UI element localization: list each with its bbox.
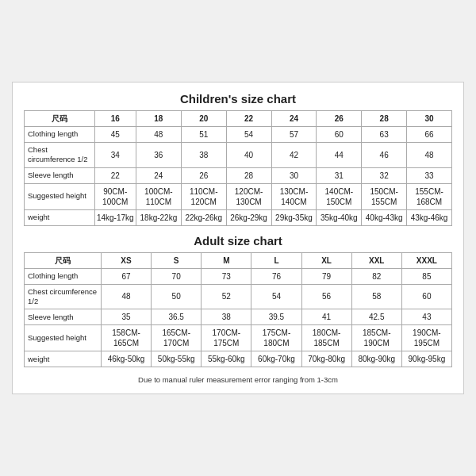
cell-value: 40 [226,142,271,167]
row-label: weight [25,351,102,367]
cell-value: 70 [152,268,202,284]
cell-value: 36 [136,142,181,167]
cell-value: 100CM-110CM [136,183,181,209]
cell-value: 24 [136,167,181,183]
cell-value: 165CM-170CM [152,325,202,351]
column-header: 尺码 [25,252,102,268]
table-row: Sleeve length2224262830313233 [25,167,452,183]
cell-value: 58 [351,284,401,309]
table-row: Chest circumference 1/23436384042444648 [25,142,452,167]
cell-value: 22kg-26kg [181,209,226,225]
cell-value: 66 [407,126,452,142]
size-chart-container: Children's size chart 尺码1618202224262830… [12,82,464,394]
row-label: Chest circumference 1/2 [25,284,102,309]
cell-value: 73 [202,268,251,284]
cell-value: 44 [317,142,362,167]
cell-value: 158CM-165CM [101,325,151,351]
cell-value: 43 [401,309,451,325]
cell-value: 150CM-155CM [362,183,407,209]
adult-size-table: 尺码XSSMLXLXXLXXXL Clothing length67707376… [24,252,452,368]
row-label: Clothing length [25,268,102,284]
cell-value: 30 [271,167,317,183]
cell-value: 43kg-46kg [407,209,452,225]
column-header: 26 [317,110,362,126]
cell-value: 80kg-90kg [351,351,401,367]
cell-value: 50kg-55kg [152,351,202,367]
cell-value: 54 [226,126,271,142]
cell-value: 57 [271,126,317,142]
column-header: 20 [181,110,226,126]
cell-value: 120CM-130CM [226,183,271,209]
cell-value: 42.5 [351,309,401,325]
cell-value: 32 [362,167,407,183]
cell-value: 45 [94,126,136,142]
table-row: weight46kg-50kg50kg-55kg55kg-60kg60kg-70… [25,351,452,367]
measurement-note: Due to manual ruler measurement error ra… [24,375,452,384]
cell-value: 14kg-17kg [94,209,136,225]
cell-value: 46kg-50kg [101,351,151,367]
cell-value: 40kg-43kg [362,209,407,225]
cell-value: 41 [301,309,351,325]
cell-value: 90CM-100CM [94,183,136,209]
column-header: 22 [226,110,271,126]
cell-value: 42 [271,142,317,167]
cell-value: 60 [317,126,362,142]
cell-value: 63 [362,126,407,142]
column-header: 尺码 [25,110,95,126]
cell-value: 79 [301,268,351,284]
cell-value: 175CM-180CM [251,325,301,351]
cell-value: 35kg-40kg [317,209,362,225]
cell-value: 51 [181,126,226,142]
adult-chart-title: Adult size chart [24,234,452,248]
table-row: Sleeve length3536.53839.54142.543 [25,309,452,325]
cell-value: 180CM-185CM [301,325,351,351]
cell-value: 31 [317,167,362,183]
table-row: Clothing length4548515457606366 [25,126,452,142]
cell-value: 54 [251,284,301,309]
cell-value: 22 [94,167,136,183]
cell-value: 155CM-168CM [407,183,452,209]
cell-value: 185CM-190CM [351,325,401,351]
column-header: 28 [362,110,407,126]
column-header: XL [301,252,351,268]
column-header: XXXL [401,252,451,268]
column-header: 18 [136,110,181,126]
cell-value: 48 [101,284,151,309]
cell-value: 170CM-175CM [202,325,251,351]
table-row: Suggested height158CM-165CM165CM-170CM17… [25,325,452,351]
column-header: XS [101,252,151,268]
row-label: Suggested height [25,325,102,351]
cell-value: 140CM-150CM [317,183,362,209]
cell-value: 18kg-22kg [136,209,181,225]
column-header: M [202,252,251,268]
cell-value: 33 [407,167,452,183]
column-header: 30 [407,110,452,126]
cell-value: 38 [181,142,226,167]
cell-value: 110CM-120CM [181,183,226,209]
cell-value: 26kg-29kg [226,209,271,225]
cell-value: 52 [202,284,251,309]
column-header: XXL [351,252,401,268]
column-header: L [251,252,301,268]
row-label: Sleeve length [25,167,95,183]
cell-value: 34 [94,142,136,167]
row-label: Suggested height [25,183,95,209]
row-label: weight [25,209,95,225]
cell-value: 26 [181,167,226,183]
children-size-table: 尺码1618202224262830 Clothing length454851… [24,110,452,226]
row-label: Clothing length [25,126,95,142]
cell-value: 90kg-95kg [401,351,451,367]
cell-value: 70kg-80kg [301,351,351,367]
cell-value: 46 [362,142,407,167]
column-header: 16 [94,110,136,126]
cell-value: 130CM-140CM [271,183,317,209]
table-row: Chest circumference 1/248505254565860 [25,284,452,309]
table-row: Clothing length67707376798285 [25,268,452,284]
cell-value: 28 [226,167,271,183]
row-label: Sleeve length [25,309,102,325]
table-row: Suggested height90CM-100CM100CM-110CM110… [25,183,452,209]
table-row: weight14kg-17kg18kg-22kg22kg-26kg26kg-29… [25,209,452,225]
cell-value: 39.5 [251,309,301,325]
column-header: S [152,252,202,268]
cell-value: 56 [301,284,351,309]
